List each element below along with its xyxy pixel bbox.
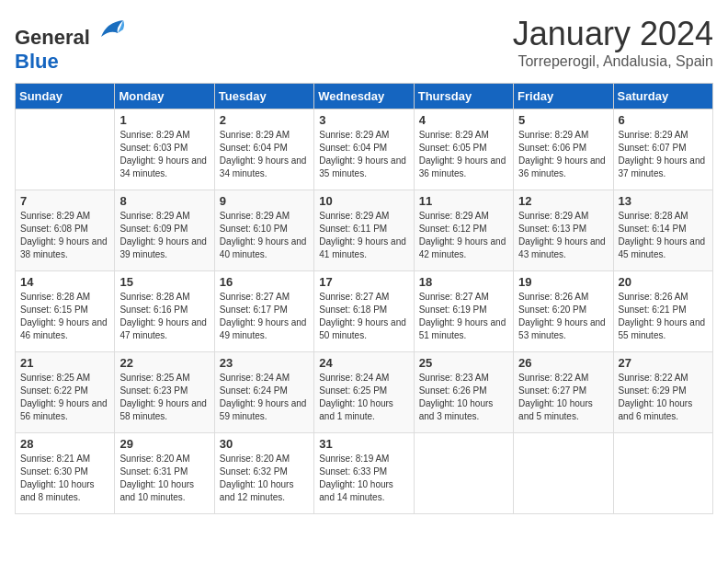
page-header: General Blue January 2024 Torreperogil, …	[15, 15, 713, 74]
calendar-cell: 26Sunrise: 8:22 AMSunset: 6:27 PMDayligh…	[514, 352, 613, 433]
day-info: Sunrise: 8:27 AMSunset: 6:18 PMDaylight:…	[319, 291, 408, 342]
calendar-cell	[514, 433, 613, 514]
day-info: Sunrise: 8:22 AMSunset: 6:29 PMDaylight:…	[619, 372, 708, 423]
logo-general: General	[15, 26, 90, 49]
calendar-cell: 27Sunrise: 8:22 AMSunset: 6:29 PMDayligh…	[613, 352, 712, 433]
day-number: 14	[20, 275, 109, 289]
day-number: 8	[119, 194, 209, 208]
calendar-cell: 20Sunrise: 8:26 AMSunset: 6:21 PMDayligh…	[613, 271, 712, 352]
day-info: Sunrise: 8:29 AMSunset: 6:05 PMDaylight:…	[419, 129, 508, 180]
day-info: Sunrise: 8:29 AMSunset: 6:09 PMDaylight:…	[119, 210, 209, 261]
calendar-cell: 4Sunrise: 8:29 AMSunset: 6:05 PMDaylight…	[414, 109, 513, 190]
calendar-cell: 16Sunrise: 8:27 AMSunset: 6:17 PMDayligh…	[214, 271, 313, 352]
week-row-1: 1Sunrise: 8:29 AMSunset: 6:03 PMDaylight…	[16, 109, 713, 190]
weekday-header-row: SundayMondayTuesdayWednesdayThursdayFrid…	[16, 84, 713, 109]
calendar-cell: 31Sunrise: 8:19 AMSunset: 6:33 PMDayligh…	[314, 433, 414, 514]
weekday-header-sunday: Sunday	[16, 84, 115, 109]
logo-bird-icon	[97, 15, 127, 44]
calendar-cell: 18Sunrise: 8:27 AMSunset: 6:19 PMDayligh…	[414, 271, 513, 352]
calendar-cell	[613, 433, 712, 514]
day-info: Sunrise: 8:27 AMSunset: 6:17 PMDaylight:…	[220, 291, 309, 342]
day-info: Sunrise: 8:24 AMSunset: 6:24 PMDaylight:…	[220, 372, 309, 423]
day-number: 18	[419, 275, 508, 289]
calendar-cell: 11Sunrise: 8:29 AMSunset: 6:12 PMDayligh…	[414, 190, 513, 271]
day-info: Sunrise: 8:29 AMSunset: 6:13 PMDaylight:…	[518, 210, 608, 261]
day-info: Sunrise: 8:23 AMSunset: 6:26 PMDaylight:…	[419, 372, 508, 423]
title-area: January 2024 Torreperogil, Andalusia, Sp…	[513, 15, 713, 70]
weekday-header-tuesday: Tuesday	[214, 84, 313, 109]
weekday-header-thursday: Thursday	[414, 84, 513, 109]
calendar-cell: 13Sunrise: 8:28 AMSunset: 6:14 PMDayligh…	[613, 190, 712, 271]
logo-text: General Blue	[15, 15, 127, 74]
calendar-cell	[16, 109, 115, 190]
calendar-cell: 28Sunrise: 8:21 AMSunset: 6:30 PMDayligh…	[16, 433, 115, 514]
week-row-5: 28Sunrise: 8:21 AMSunset: 6:30 PMDayligh…	[16, 433, 713, 514]
calendar-cell	[414, 433, 513, 514]
day-number: 25	[419, 356, 508, 370]
calendar-cell: 10Sunrise: 8:29 AMSunset: 6:11 PMDayligh…	[314, 190, 414, 271]
day-number: 19	[518, 275, 608, 289]
day-number: 22	[119, 356, 209, 370]
day-number: 7	[20, 194, 109, 208]
day-info: Sunrise: 8:29 AMSunset: 6:12 PMDaylight:…	[419, 210, 508, 261]
calendar-cell: 29Sunrise: 8:20 AMSunset: 6:31 PMDayligh…	[115, 433, 214, 514]
day-info: Sunrise: 8:27 AMSunset: 6:19 PMDaylight:…	[419, 291, 508, 342]
week-row-3: 14Sunrise: 8:28 AMSunset: 6:15 PMDayligh…	[16, 271, 713, 352]
logo: General Blue	[15, 15, 127, 74]
day-info: Sunrise: 8:28 AMSunset: 6:16 PMDaylight:…	[119, 291, 209, 342]
day-number: 16	[220, 275, 309, 289]
day-info: Sunrise: 8:29 AMSunset: 6:07 PMDaylight:…	[619, 129, 708, 180]
calendar-cell: 3Sunrise: 8:29 AMSunset: 6:04 PMDaylight…	[314, 109, 414, 190]
day-number: 5	[518, 113, 608, 127]
week-row-2: 7Sunrise: 8:29 AMSunset: 6:08 PMDaylight…	[16, 190, 713, 271]
day-number: 26	[518, 356, 608, 370]
day-number: 15	[119, 275, 209, 289]
day-number: 24	[319, 356, 408, 370]
day-info: Sunrise: 8:28 AMSunset: 6:15 PMDaylight:…	[20, 291, 109, 342]
calendar-cell: 22Sunrise: 8:25 AMSunset: 6:23 PMDayligh…	[115, 352, 214, 433]
day-number: 2	[220, 113, 309, 127]
calendar-cell: 24Sunrise: 8:24 AMSunset: 6:25 PMDayligh…	[314, 352, 414, 433]
weekday-header-monday: Monday	[115, 84, 214, 109]
day-info: Sunrise: 8:22 AMSunset: 6:27 PMDaylight:…	[518, 372, 608, 423]
calendar-cell: 30Sunrise: 8:20 AMSunset: 6:32 PMDayligh…	[214, 433, 313, 514]
day-number: 28	[20, 437, 109, 451]
day-info: Sunrise: 8:25 AMSunset: 6:23 PMDaylight:…	[119, 372, 209, 423]
day-info: Sunrise: 8:29 AMSunset: 6:04 PMDaylight:…	[319, 129, 408, 180]
weekday-header-friday: Friday	[514, 84, 613, 109]
calendar-cell: 9Sunrise: 8:29 AMSunset: 6:10 PMDaylight…	[214, 190, 313, 271]
weekday-header-wednesday: Wednesday	[314, 84, 414, 109]
day-number: 21	[20, 356, 109, 370]
calendar-cell: 23Sunrise: 8:24 AMSunset: 6:24 PMDayligh…	[214, 352, 313, 433]
day-info: Sunrise: 8:29 AMSunset: 6:06 PMDaylight:…	[518, 129, 608, 180]
day-number: 1	[119, 113, 209, 127]
day-info: Sunrise: 8:28 AMSunset: 6:14 PMDaylight:…	[619, 210, 708, 261]
calendar-cell: 19Sunrise: 8:26 AMSunset: 6:20 PMDayligh…	[514, 271, 613, 352]
calendar-cell: 15Sunrise: 8:28 AMSunset: 6:16 PMDayligh…	[115, 271, 214, 352]
calendar-cell: 5Sunrise: 8:29 AMSunset: 6:06 PMDaylight…	[514, 109, 613, 190]
calendar-cell: 12Sunrise: 8:29 AMSunset: 6:13 PMDayligh…	[514, 190, 613, 271]
calendar-cell: 1Sunrise: 8:29 AMSunset: 6:03 PMDaylight…	[115, 109, 214, 190]
calendar-cell: 21Sunrise: 8:25 AMSunset: 6:22 PMDayligh…	[16, 352, 115, 433]
logo-blue: Blue	[15, 50, 59, 73]
calendar-cell: 25Sunrise: 8:23 AMSunset: 6:26 PMDayligh…	[414, 352, 513, 433]
day-info: Sunrise: 8:29 AMSunset: 6:10 PMDaylight:…	[220, 210, 309, 261]
day-number: 29	[119, 437, 209, 451]
day-info: Sunrise: 8:26 AMSunset: 6:21 PMDaylight:…	[619, 291, 708, 342]
day-number: 20	[619, 275, 708, 289]
day-number: 6	[619, 113, 708, 127]
calendar-cell: 14Sunrise: 8:28 AMSunset: 6:15 PMDayligh…	[16, 271, 115, 352]
day-number: 4	[419, 113, 508, 127]
calendar-cell: 17Sunrise: 8:27 AMSunset: 6:18 PMDayligh…	[314, 271, 414, 352]
calendar-cell: 8Sunrise: 8:29 AMSunset: 6:09 PMDaylight…	[115, 190, 214, 271]
day-info: Sunrise: 8:25 AMSunset: 6:22 PMDaylight:…	[20, 372, 109, 423]
week-row-4: 21Sunrise: 8:25 AMSunset: 6:22 PMDayligh…	[16, 352, 713, 433]
calendar-cell: 7Sunrise: 8:29 AMSunset: 6:08 PMDaylight…	[16, 190, 115, 271]
day-info: Sunrise: 8:20 AMSunset: 6:31 PMDaylight:…	[119, 453, 209, 504]
day-number: 3	[319, 113, 408, 127]
day-info: Sunrise: 8:24 AMSunset: 6:25 PMDaylight:…	[319, 372, 408, 423]
day-info: Sunrise: 8:29 AMSunset: 6:08 PMDaylight:…	[20, 210, 109, 261]
day-number: 12	[518, 194, 608, 208]
day-number: 17	[319, 275, 408, 289]
month-year-title: January 2024	[513, 15, 713, 53]
